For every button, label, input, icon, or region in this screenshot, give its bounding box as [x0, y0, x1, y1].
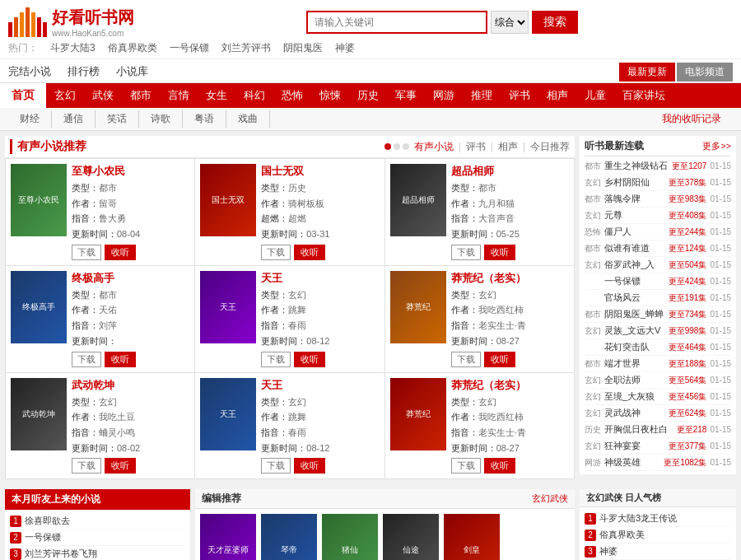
nav-xuanhuan[interactable]: 玄幻: [46, 83, 84, 108]
search-button[interactable]: 搜索: [532, 11, 578, 34]
sidebar-book-link-11[interactable]: 花钉突击队: [603, 341, 669, 353]
nav-kongbu[interactable]: 恐怖: [273, 83, 311, 108]
novel-title-2[interactable]: 超品相师: [451, 164, 520, 179]
novel-title-4[interactable]: 天王: [261, 271, 329, 286]
novel-down-4[interactable]: 下载: [261, 352, 291, 367]
editor-book-cover-1[interactable]: 琴帝: [261, 514, 317, 560]
search-select[interactable]: 综合: [491, 11, 529, 34]
novel-down-5[interactable]: 下载: [451, 352, 481, 367]
nav-lishi[interactable]: 历史: [349, 83, 387, 108]
dot-1[interactable]: [384, 143, 391, 150]
sidebar-book-link-4[interactable]: 僵尸人: [603, 226, 669, 238]
nav-kehuan[interactable]: 科幻: [235, 83, 273, 108]
tab-xiangsheng[interactable]: 相声: [498, 140, 518, 154]
nav-xiaoshu[interactable]: 小说库: [116, 61, 148, 82]
nav-dushi[interactable]: 都市: [122, 83, 160, 108]
subnav-caijing[interactable]: 财经: [8, 110, 52, 128]
nav-wangyou[interactable]: 网游: [425, 83, 463, 108]
novel-listen-1[interactable]: 收听: [294, 245, 325, 260]
novel-cover-5[interactable]: 莽荒纪: [390, 271, 446, 343]
sidebar-book-link-16[interactable]: 开胸侃日夜杜白: [603, 423, 677, 436]
novel-cover-1[interactable]: 国士无双: [200, 164, 256, 236]
sidebar-book-link-18[interactable]: 神级英雄: [603, 456, 664, 469]
nav-yanqing[interactable]: 言情: [160, 83, 198, 108]
bottom-right-link-1[interactable]: 俗真界欧美: [599, 529, 645, 541]
novel-title-1[interactable]: 国士无双: [261, 164, 329, 179]
novel-cover-4[interactable]: 天王: [200, 271, 256, 343]
sidebar-book-link-9[interactable]: 阴阳鬼医_蝉蝉: [603, 308, 669, 320]
sidebar-more-link[interactable]: 更多>>: [702, 140, 731, 152]
novel-title-7[interactable]: 天王: [261, 378, 329, 393]
novel-cover-2[interactable]: 超品相师: [390, 164, 446, 236]
novel-cover-3[interactable]: 终极高手: [11, 271, 67, 343]
dot-3[interactable]: [403, 143, 409, 150]
nav-jingsong[interactable]: 惊悚: [311, 83, 349, 108]
subnav-tongxin[interactable]: 通信: [52, 110, 96, 128]
novel-cover-7[interactable]: 天王: [200, 378, 256, 450]
novel-listen-7[interactable]: 收听: [294, 458, 325, 474]
novel-listen-0[interactable]: 收听: [105, 245, 136, 260]
bottom-left-link-2[interactable]: 刘兰芳评书卷飞翔: [25, 548, 97, 560]
novel-title-5[interactable]: 莽荒纪（老实）: [451, 271, 526, 286]
bottom-right-link-2[interactable]: 神婆: [599, 545, 618, 558]
editor-book-cover-3[interactable]: 仙途: [383, 514, 439, 560]
novel-listen-5[interactable]: 收听: [484, 352, 515, 367]
novel-down-2[interactable]: 下载: [451, 245, 481, 260]
latest-update-button[interactable]: 最新更新: [619, 63, 675, 82]
novel-down-6[interactable]: 下载: [72, 458, 101, 474]
sidebar-book-link-7[interactable]: 一号保镖: [603, 275, 669, 287]
novel-title-8[interactable]: 莽荒纪（老实）: [451, 378, 526, 393]
novel-listen-4[interactable]: 收听: [294, 352, 325, 367]
novel-listen-3[interactable]: 收听: [105, 352, 136, 367]
hot-link-2[interactable]: 俗真界欧类: [108, 41, 157, 55]
nav-pingshu[interactable]: 评书: [501, 83, 538, 108]
nav-paihang[interactable]: 排行榜: [68, 61, 100, 82]
novel-cover-0[interactable]: 至尊小农民: [11, 164, 67, 236]
nav-home[interactable]: 首页: [0, 83, 46, 108]
novel-listen-6[interactable]: 收听: [105, 458, 136, 474]
nav-wanjie[interactable]: 完结小说: [8, 61, 51, 82]
sidebar-book-link-2[interactable]: 落魄令牌: [603, 193, 669, 205]
novel-title-6[interactable]: 武动乾坤: [72, 378, 140, 393]
sidebar-book-link-12[interactable]: 端才世界: [603, 357, 669, 370]
novel-listen-8[interactable]: 收听: [484, 458, 515, 474]
sidebar-book-link-3[interactable]: 元尊: [603, 209, 669, 222]
sidebar-book-link-15[interactable]: 灵武战神: [603, 407, 669, 419]
bottom-left-link-0[interactable]: 徐喜即欲去: [25, 515, 70, 527]
nav-ertong[interactable]: 儿童: [576, 83, 614, 108]
nav-xiangsheng[interactable]: 相声: [538, 83, 576, 108]
novel-listen-2[interactable]: 收听: [484, 245, 515, 260]
nav-tuili[interactable]: 推理: [463, 83, 501, 108]
my-listen-record[interactable]: 我的收听记录: [650, 110, 733, 128]
novel-down-3[interactable]: 下载: [72, 352, 101, 367]
sidebar-book-link-6[interactable]: 俗罗武神_入: [603, 259, 669, 271]
tab-pingshu[interactable]: 评书: [466, 140, 486, 154]
bottom-left-link-1[interactable]: 一号保镖: [25, 531, 61, 544]
novel-down-7[interactable]: 下载: [261, 458, 291, 474]
novel-title-3[interactable]: 终极高手: [72, 271, 136, 286]
novel-cover-6[interactable]: 武动乾坤: [11, 378, 67, 450]
editor-book-cover-4[interactable]: 剑皇: [444, 514, 500, 560]
editor-tab-xuanhuan[interactable]: 玄幻武侠: [532, 492, 568, 505]
sidebar-book-link-17[interactable]: 狂神宴宴: [603, 440, 669, 452]
editor-book-cover-2[interactable]: 猪仙: [322, 514, 378, 560]
search-input[interactable]: [306, 11, 487, 34]
nav-wuxia[interactable]: 武侠: [84, 83, 122, 108]
novel-title-0[interactable]: 至尊小农民: [72, 164, 140, 179]
sidebar-book-link-13[interactable]: 全职法师: [603, 374, 669, 386]
hot-link-4[interactable]: 刘兰芳评书: [221, 41, 271, 55]
tab-youshu[interactable]: 有声小说: [414, 140, 454, 154]
novel-down-1[interactable]: 下载: [261, 245, 291, 260]
nav-baijia[interactable]: 百家讲坛: [614, 83, 673, 108]
tab-jinri[interactable]: 今日推荐: [530, 140, 570, 154]
subnav-yueyu[interactable]: 粤语: [183, 110, 226, 128]
sidebar-book-link-8[interactable]: 官场风云: [603, 292, 669, 304]
hot-link-3[interactable]: 一号保镖: [170, 41, 209, 55]
editor-book-cover-0[interactable]: 天才巫婆师: [200, 514, 256, 560]
subnav-shige[interactable]: 诗歌: [139, 110, 183, 128]
sidebar-book-link-14[interactable]: 至境_大灰狼: [603, 390, 669, 403]
subnav-xiqu[interactable]: 戏曲: [226, 110, 270, 128]
novel-down-0[interactable]: 下载: [72, 245, 101, 260]
hot-link-6[interactable]: 神婆: [335, 41, 355, 55]
sidebar-book-link-0[interactable]: 重生之神级钻石: [603, 160, 672, 172]
